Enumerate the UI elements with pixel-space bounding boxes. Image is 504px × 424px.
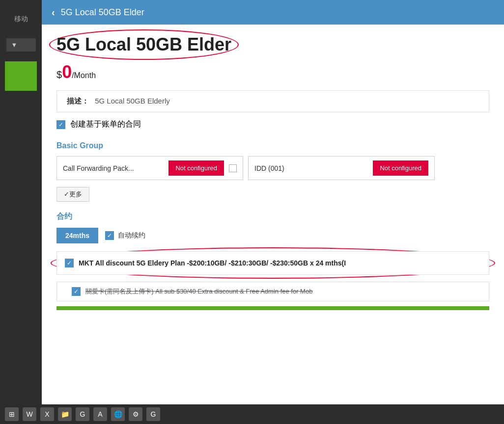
description-label: 描述：	[67, 97, 89, 105]
mkt-text: MKT All discount 5G Eldery Plan -$200:10…	[79, 259, 346, 267]
months-button[interactable]: 24mths	[56, 228, 98, 243]
sub-discount-text: 關愛卡(需同名及上傳卡) All sub $30/40 Extra discou…	[85, 287, 312, 296]
sidebar-label: 移动	[14, 15, 28, 24]
plan-title-wrapper: 5G Local 50GB Elder	[56, 34, 231, 55]
taskbar-chrome[interactable]: G	[146, 407, 160, 421]
main-panel: ‹ 5G Local 50GB Elder 5G Local 50GB Elde…	[42, 0, 504, 424]
mkt-row: ✓ MKT All discount 5G Eldery Plan -$200:…	[56, 251, 489, 275]
addon-row: Call Forwarding Pack... Not configured I…	[56, 156, 489, 180]
description-row: 描述： 5G Local 50GB Elderly	[56, 90, 489, 112]
contract-section-label: 合约	[56, 212, 489, 222]
description-value: 5G Local 50GB Elderly	[95, 97, 170, 105]
addon-name-idd: IDD (001)	[254, 164, 368, 172]
green-strip	[56, 306, 489, 310]
contract-row: 24mths ✓ 自动续约	[56, 228, 489, 243]
taskbar-app1[interactable]: G	[76, 407, 89, 421]
price-row: $ 0 /Month	[56, 62, 489, 82]
taskbar-folder[interactable]: 📁	[58, 407, 72, 421]
auto-renew-row: ✓ 自动续约	[105, 231, 145, 240]
sub-checkbox[interactable]: ✓	[72, 287, 81, 296]
price-dollar-sign: $	[56, 69, 62, 80]
sidebar: 移动 ▼	[0, 0, 42, 424]
not-configured-button-call[interactable]: Not configured	[168, 160, 224, 176]
taskbar-settings[interactable]: ⚙	[129, 407, 142, 421]
price-amount: 0	[62, 62, 72, 82]
auto-renew-label: 自动续约	[118, 231, 145, 240]
sidebar-dropdown[interactable]: ▼	[6, 38, 36, 52]
back-button[interactable]: ‹	[52, 7, 55, 18]
mkt-wrapper: ✓ MKT All discount 5G Eldery Plan -$200:…	[56, 251, 489, 275]
sidebar-green-box	[5, 61, 37, 91]
contract-checkbox-row: ✓ 创建基于账单的合同	[56, 119, 489, 130]
addon-name-call-forwarding: Call Forwarding Pack...	[63, 164, 164, 172]
header-title: 5G Local 50GB Elder	[61, 7, 144, 18]
taskbar-excel[interactable]: X	[40, 407, 54, 421]
plan-title: 5G Local 50GB Elder	[56, 34, 231, 55]
price-period: /Month	[72, 71, 96, 80]
mkt-checkbox[interactable]: ✓	[65, 259, 74, 267]
header-bar: ‹ 5G Local 50GB Elder	[42, 0, 504, 25]
taskbar-word[interactable]: W	[23, 407, 36, 421]
more-button[interactable]: ✓更多	[56, 187, 89, 202]
taskbar-browser[interactable]: 🌐	[111, 407, 125, 421]
contract-checkbox[interactable]: ✓	[56, 120, 65, 129]
addon-item-idd: IDD (001) Not configured	[248, 156, 435, 180]
taskbar-start[interactable]: ⊞	[5, 407, 19, 421]
taskbar: ⊞ W X 📁 G A 🌐 ⚙ G	[0, 404, 504, 424]
basic-group-label: Basic Group	[56, 141, 489, 150]
not-configured-button-idd[interactable]: Not configured	[373, 160, 428, 176]
contract-checkbox-label: 创建基于账单的合同	[70, 119, 141, 130]
addon-checkbox-call[interactable]	[229, 164, 237, 172]
auto-renew-checkbox[interactable]: ✓	[105, 231, 114, 240]
sub-discount-row: ✓ 關愛卡(需同名及上傳卡) All sub $30/40 Extra disc…	[56, 282, 489, 301]
addon-item-call-forwarding: Call Forwarding Pack... Not configured	[56, 156, 243, 180]
taskbar-app2[interactable]: A	[93, 407, 107, 421]
content-area: 5G Local 50GB Elder $ 0 /Month 描述： 5G Lo…	[42, 25, 504, 424]
